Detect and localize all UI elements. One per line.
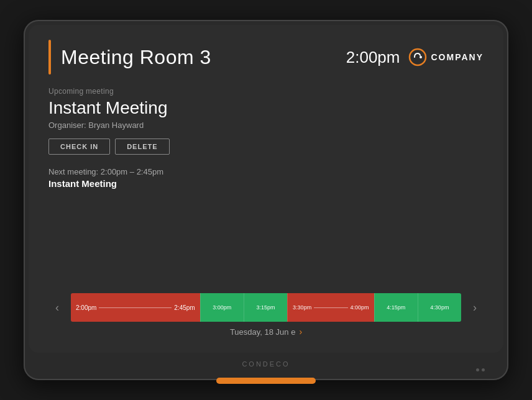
tablet-screen: Meeting Room 3 2:00pm COMPANY: [29, 25, 503, 353]
delete-button[interactable]: DELETE: [115, 139, 169, 155]
timeline-next-button[interactable]: ›: [466, 299, 484, 316]
timeline-prev-button[interactable]: ‹: [48, 299, 66, 316]
header-left: Meeting Room 3: [48, 40, 211, 75]
timeline-container: ‹ 2:00pm 2:45pm 3:00pm: [48, 293, 484, 322]
home-button[interactable]: [216, 378, 316, 384]
action-buttons: CHECK IN DELETE: [48, 139, 484, 155]
slot-green-2: 3:15pm: [244, 293, 287, 322]
tablet-device: Meeting Room 3 2:00pm COMPANY: [24, 20, 508, 380]
svg-point-1: [420, 56, 422, 58]
indicator-dot-2: [482, 368, 485, 371]
upcoming-label: Upcoming meeting: [48, 87, 484, 96]
indicator-dot-1: [476, 368, 479, 371]
orange-accent-bar: [48, 40, 51, 75]
screen-bottom-bar: [29, 347, 503, 353]
tablet-bezel-bottom: CONDECO: [29, 353, 503, 375]
date-label: Tuesday, 18 Jun e: [230, 327, 296, 337]
upcoming-section: Upcoming meeting Instant Meeting Organis…: [48, 87, 484, 167]
slot-green-4: 4:30pm: [418, 293, 461, 322]
current-time: 2:00pm: [346, 48, 400, 67]
header-right: 2:00pm COMPANY: [346, 48, 484, 67]
slot-red-1: 2:00pm 2:45pm: [71, 293, 200, 322]
company-logo-icon: [408, 48, 427, 66]
screen-content: Meeting Room 3 2:00pm COMPANY: [29, 25, 503, 347]
company-name-text: COMPANY: [431, 52, 484, 62]
room-title: Meeting Room 3: [61, 46, 211, 69]
svg-point-0: [410, 49, 426, 65]
slot-green-3: 4:15pm: [374, 293, 418, 322]
checkin-button[interactable]: CHECK IN: [48, 139, 110, 155]
next-meeting-time: Next meeting: 2:00pm – 2:45pm: [48, 167, 484, 176]
condeco-brand-label: CONDECO: [242, 360, 290, 368]
timeline-slots: 2:00pm 2:45pm 3:00pm 3:15pm: [71, 293, 461, 322]
timeline-section: ‹ 2:00pm 2:45pm 3:00pm: [48, 293, 484, 337]
organiser-text: Organiser: Bryan Hayward: [48, 120, 484, 130]
date-row: Tuesday, 18 Jun e ›: [48, 327, 484, 337]
date-arrow-icon[interactable]: ›: [299, 327, 302, 337]
slot-green-1: 3:00pm: [200, 293, 244, 322]
company-logo: COMPANY: [408, 48, 484, 66]
header-row: Meeting Room 3 2:00pm COMPANY: [48, 40, 484, 75]
home-indicators: [476, 368, 485, 371]
next-meeting-section: Next meeting: 2:00pm – 2:45pm Instant Me…: [48, 167, 484, 189]
meeting-title: Instant Meeting: [48, 98, 484, 118]
slot-red-2: 3:30pm 4:00pm: [287, 293, 374, 322]
next-meeting-name: Instant Meeting: [48, 178, 484, 189]
